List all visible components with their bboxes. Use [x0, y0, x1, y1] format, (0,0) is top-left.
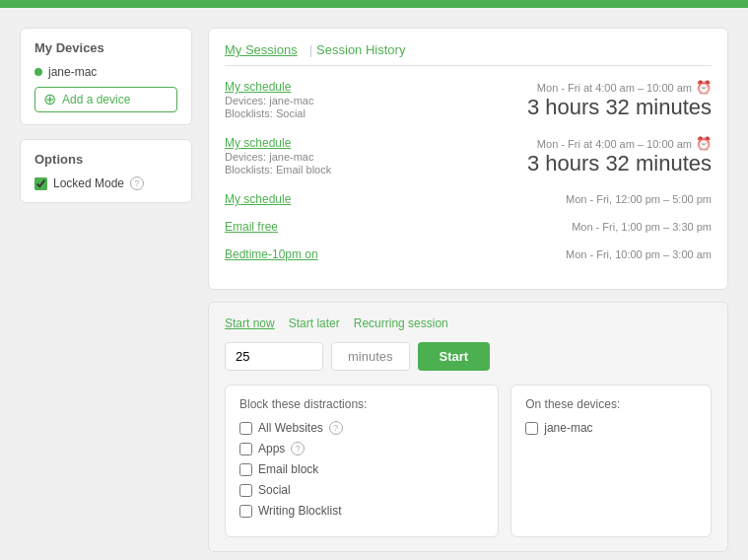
tab-session-history[interactable]: Session History	[316, 42, 413, 57]
session-duration-0: 3 hours 32 minutes	[527, 95, 712, 120]
left-panel: My Devices jane-mac ⊕ Add a device Optio…	[20, 28, 192, 540]
device-selection-item-0: jane-mac	[525, 421, 697, 435]
session-simple-name-2[interactable]: Bedtime-10pm on	[225, 247, 318, 261]
block-writing-label: Writing Blocklist	[258, 504, 341, 518]
tab-start-now[interactable]: Start now	[225, 316, 275, 330]
top-bar	[0, 0, 748, 8]
start-input-row: minutes Start	[225, 342, 712, 371]
add-device-label: Add a device	[62, 93, 130, 106]
session-entry-0: My schedule Devices: jane-mac Blocklists…	[225, 80, 712, 120]
block-item-writing: Writing Blocklist	[239, 504, 484, 518]
tab-start-later[interactable]: Start later	[289, 316, 340, 330]
start-tabs: Start now Start later Recurring session	[225, 316, 712, 330]
devices-title: My Devices	[34, 40, 177, 55]
tab-recurring-session[interactable]: Recurring session	[354, 316, 448, 330]
session-simple-0: My schedule Mon - Fri, 12:00 pm – 5:00 p…	[225, 192, 712, 212]
block-social-label: Social	[258, 483, 291, 497]
minutes-label: minutes	[331, 342, 410, 371]
session-simple-name-1[interactable]: Email free	[225, 220, 278, 234]
block-writing-checkbox[interactable]	[239, 505, 252, 518]
block-title: Block these distractions:	[239, 397, 484, 411]
tab-divider: |	[309, 42, 312, 57]
locked-mode-row: Locked Mode ?	[34, 176, 177, 190]
block-email-label: Email block	[258, 462, 318, 476]
start-box: Start now Start later Recurring session …	[208, 302, 728, 552]
block-item-all-websites: All Websites ?	[239, 421, 484, 435]
session-blocklists-0: Blocklists: Social	[225, 107, 313, 119]
session-duration-1: 3 hours 32 minutes	[527, 151, 712, 176]
session-simple-time-0: Mon - Fri, 12:00 pm – 5:00 pm	[566, 193, 712, 205]
locked-mode-help-icon[interactable]: ?	[130, 176, 144, 190]
block-item-apps: Apps ?	[239, 442, 484, 455]
block-item-social: Social	[239, 483, 484, 497]
device-item: jane-mac	[34, 65, 177, 79]
session-devices-0: Devices: jane-mac	[225, 95, 313, 106]
block-email-checkbox[interactable]	[239, 463, 252, 476]
locked-mode-label: Locked Mode	[53, 176, 124, 190]
right-panel: My Sessions | Session History My schedul…	[208, 28, 728, 540]
devices-selection-box: On these devices: jane-mac	[510, 385, 712, 537]
tab-my-sessions[interactable]: My Sessions	[225, 42, 306, 57]
session-time-0: Mon - Fri at 4:00 am – 10:00 am	[537, 82, 692, 94]
clock-icon-1[interactable]: ⏰	[696, 136, 712, 151]
start-button[interactable]: Start	[418, 342, 491, 371]
device-jane-mac-label: jane-mac	[544, 421, 592, 435]
locked-mode-checkbox[interactable]	[34, 177, 47, 190]
add-device-button[interactable]: ⊕ Add a device	[34, 87, 177, 112]
options-box: Options Locked Mode ?	[20, 139, 192, 203]
plus-icon: ⊕	[43, 92, 56, 107]
session-name-0[interactable]: My schedule	[225, 80, 313, 94]
session-simple-1: Email free Mon - Fri, 1:00 pm – 3:30 pm	[225, 220, 712, 240]
duration-input[interactable]	[225, 342, 323, 371]
devices-selection-title: On these devices:	[525, 397, 697, 411]
device-status-dot	[34, 68, 42, 76]
block-apps-checkbox[interactable]	[239, 443, 252, 455]
block-item-email: Email block	[239, 462, 484, 476]
block-row: Block these distractions: All Websites ?…	[225, 385, 712, 537]
session-blocklists-1: Blocklists: Email block	[225, 164, 331, 175]
session-devices-1: Devices: jane-mac	[225, 151, 331, 163]
session-simple-name-0[interactable]: My schedule	[225, 192, 291, 206]
block-all-websites-label: All Websites	[258, 421, 323, 435]
device-name: jane-mac	[48, 65, 97, 79]
block-apps-label: Apps	[258, 442, 285, 455]
options-title: Options	[34, 152, 177, 167]
block-distractions-box: Block these distractions: All Websites ?…	[225, 385, 499, 537]
sessions-box: My Sessions | Session History My schedul…	[208, 28, 728, 290]
sessions-tabs: My Sessions | Session History	[225, 42, 712, 66]
all-websites-help-icon[interactable]: ?	[329, 421, 343, 435]
session-time-1: Mon - Fri at 4:00 am – 10:00 am	[537, 138, 692, 150]
clock-icon-0[interactable]: ⏰	[696, 80, 712, 95]
block-social-checkbox[interactable]	[239, 484, 252, 497]
devices-box: My Devices jane-mac ⊕ Add a device	[20, 28, 192, 125]
device-jane-mac-checkbox[interactable]	[525, 422, 538, 435]
apps-help-icon[interactable]: ?	[291, 442, 305, 455]
session-name-1[interactable]: My schedule	[225, 136, 331, 150]
session-entry-1: My schedule Devices: jane-mac Blocklists…	[225, 136, 712, 176]
session-simple-time-2: Mon - Fri, 10:00 pm – 3:00 am	[566, 248, 712, 260]
block-all-websites-checkbox[interactable]	[239, 422, 252, 435]
session-simple-time-1: Mon - Fri, 1:00 pm – 3:30 pm	[572, 221, 712, 233]
session-simple-2: Bedtime-10pm on Mon - Fri, 10:00 pm – 3:…	[225, 247, 712, 267]
